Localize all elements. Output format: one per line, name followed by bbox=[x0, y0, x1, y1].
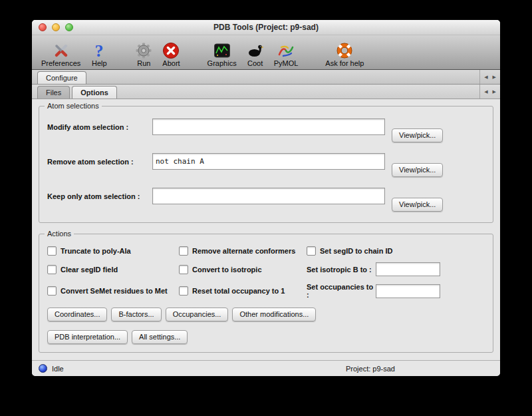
remove-atom-selection-input[interactable] bbox=[152, 153, 385, 170]
tab-scroll-left-icon[interactable]: ◀ bbox=[484, 75, 487, 79]
checkbox-box[interactable] bbox=[179, 246, 188, 256]
ask-for-help-icon bbox=[336, 41, 353, 59]
tab-files[interactable]: Files bbox=[37, 86, 70, 99]
checkbox-convert-semet-residues-to-met[interactable]: Convert SeMet residues to Met bbox=[47, 286, 179, 296]
abort-icon bbox=[162, 41, 180, 59]
tab-configure[interactable]: Configure bbox=[37, 71, 86, 84]
set-occupancies-field: Set occupancies to : bbox=[307, 283, 485, 299]
actions-group: Actions Truncate to poly-Ala Remove alte… bbox=[39, 234, 493, 353]
project-label: Project: p9-sad bbox=[346, 365, 395, 373]
tab-scroll-left-icon[interactable]: ◀ bbox=[484, 89, 487, 94]
set-isotropic-b-field: Set isotropic B to : bbox=[307, 262, 485, 276]
checkbox-box[interactable] bbox=[179, 265, 188, 274]
set-isotropic-b-input[interactable] bbox=[376, 262, 440, 276]
checkbox-truncate-to-poly-ala[interactable]: Truncate to poly-Ala bbox=[47, 246, 179, 256]
checkbox-box[interactable] bbox=[307, 246, 316, 256]
view-pick-remove-button[interactable]: View/pick... bbox=[392, 163, 443, 177]
checkbox-box[interactable] bbox=[179, 286, 188, 296]
checkbox-box[interactable] bbox=[47, 265, 57, 274]
actions-buttons-row-1: Coordinates... B-factors... Occupancies.… bbox=[47, 308, 485, 321]
run-icon bbox=[135, 41, 152, 59]
checkbox-label: Reset total occupancy to 1 bbox=[192, 287, 285, 295]
tab-scroll-right-icon[interactable]: ▶ bbox=[493, 75, 496, 79]
titlebar[interactable]: PDB Tools (Project: p9-sad) bbox=[32, 20, 500, 35]
toolbar-help-button[interactable]: ? Help bbox=[90, 41, 108, 67]
preferences-icon bbox=[53, 41, 70, 59]
modify-atom-selection-input[interactable] bbox=[152, 118, 385, 135]
other-modifications-button[interactable]: Other modifications... bbox=[232, 308, 316, 321]
toolbar-run-button[interactable]: Run bbox=[135, 41, 152, 67]
toolbar-pymol-button[interactable]: PyMOL bbox=[274, 41, 299, 67]
atom-selections-group: Atom selections Modify atom selection : … bbox=[39, 106, 493, 223]
checkbox-remove-alternate-conformers[interactable]: Remove alternate conformers bbox=[179, 246, 307, 256]
options-panel: Atom selections Modify atom selection : … bbox=[32, 99, 500, 360]
checkbox-label: Truncate to poly-Ala bbox=[61, 247, 131, 255]
group-title: Actions bbox=[45, 230, 74, 238]
view-pick-keep-button[interactable]: View/pick... bbox=[392, 198, 443, 212]
b-factors-button[interactable]: B-factors... bbox=[111, 308, 161, 321]
group-title: Atom selections bbox=[45, 102, 102, 110]
toolbar-abort-button[interactable]: Abort bbox=[162, 41, 180, 67]
all-settings-button[interactable]: All settings... bbox=[132, 330, 188, 344]
help-icon: ? bbox=[90, 41, 108, 59]
toolbar-coot-button[interactable]: Coot bbox=[247, 41, 264, 67]
field-label: Modify atom selection : bbox=[47, 118, 152, 131]
close-button[interactable] bbox=[39, 23, 47, 31]
pdb-tools-window: PDB Tools (Project: p9-sad) Preferences … bbox=[32, 20, 500, 376]
checkbox-convert-to-isotropic[interactable]: Convert to isotropic bbox=[179, 265, 307, 274]
tab-scroll-right-icon[interactable]: ▶ bbox=[493, 89, 496, 94]
occupancies-button[interactable]: Occupancies... bbox=[166, 308, 229, 321]
graphics-icon bbox=[213, 41, 231, 59]
checkbox-label: Convert SeMet residues to Met bbox=[61, 287, 168, 295]
remove-atom-selection-row: Remove atom selection : View/pick... bbox=[47, 153, 485, 177]
checkbox-box[interactable] bbox=[47, 246, 57, 256]
pdb-interpretation-button[interactable]: PDB interpretation... bbox=[47, 330, 128, 344]
tab-options[interactable]: Options bbox=[72, 86, 117, 99]
checkbox-reset-total-occupancy-to-1[interactable]: Reset total occupancy to 1 bbox=[179, 286, 307, 296]
toolbar-preferences-button[interactable]: Preferences bbox=[41, 41, 80, 67]
minimize-button[interactable] bbox=[52, 23, 60, 31]
tab-scroll-controls-outer: ◀ ▶ bbox=[479, 70, 500, 84]
checkbox-label: Set segID to chain ID bbox=[320, 247, 392, 255]
keep-only-atom-selection-input[interactable] bbox=[152, 188, 385, 204]
notebook-tabs-inner: Files Options ◀ ▶ bbox=[32, 85, 500, 99]
field-label: Keep only atom selection : bbox=[47, 188, 152, 200]
window-title: PDB Tools (Project: p9-sad) bbox=[32, 20, 500, 35]
toolbar-ask-for-help-button[interactable]: Ask for help bbox=[325, 41, 364, 67]
window-controls bbox=[39, 23, 73, 31]
status-bar: Idle Project: p9-sad bbox=[32, 360, 500, 376]
status-led-icon bbox=[39, 364, 47, 373]
notebook-tabs-outer: Configure ◀ ▶ bbox=[32, 70, 500, 85]
zoom-button[interactable] bbox=[65, 23, 73, 31]
modify-atom-selection-row: Modify atom selection : View/pick... bbox=[47, 118, 485, 142]
field-label: Set occupancies to : bbox=[307, 283, 376, 299]
view-pick-modify-button[interactable]: View/pick... bbox=[392, 128, 443, 142]
checkbox-box[interactable] bbox=[47, 286, 57, 296]
checkbox-clear-segid-field[interactable]: Clear segID field bbox=[47, 265, 179, 274]
svg-text:?: ? bbox=[95, 42, 104, 59]
tab-scroll-controls-inner: ◀ ▶ bbox=[479, 85, 500, 99]
checkbox-label: Convert to isotropic bbox=[192, 266, 262, 274]
checkbox-set-segid-to-chain-id[interactable]: Set segID to chain ID bbox=[307, 246, 485, 256]
field-label: Remove atom selection : bbox=[47, 153, 152, 166]
toolbar-graphics-button[interactable]: Graphics bbox=[207, 41, 237, 67]
keep-only-atom-selection-row: Keep only atom selection : View/pick... bbox=[47, 188, 485, 212]
set-occupancies-input[interactable] bbox=[376, 284, 440, 298]
checkbox-label: Remove alternate conformers bbox=[192, 247, 295, 255]
pymol-icon bbox=[277, 41, 295, 59]
coordinates-button[interactable]: Coordinates... bbox=[47, 308, 107, 321]
actions-buttons-row-2: PDB interpretation... All settings... bbox=[47, 330, 485, 344]
toolbar: Preferences ? Help bbox=[32, 35, 500, 70]
coot-icon bbox=[247, 41, 264, 59]
actions-grid: Truncate to poly-Ala Remove alternate co… bbox=[47, 246, 485, 299]
field-label: Set isotropic B to : bbox=[307, 266, 376, 274]
status-text: Idle bbox=[52, 365, 64, 373]
checkbox-label: Clear segID field bbox=[61, 266, 118, 274]
